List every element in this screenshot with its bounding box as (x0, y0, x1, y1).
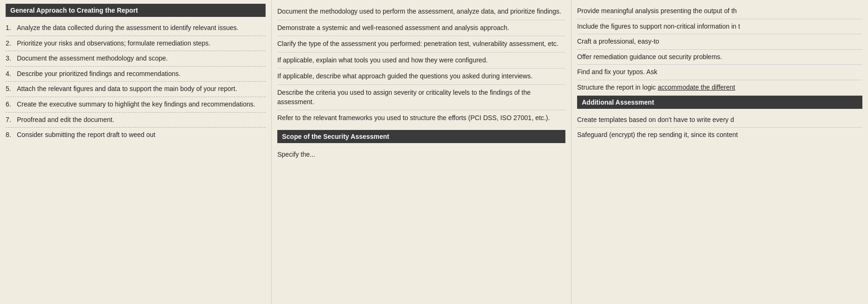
col3-item: Include the figures to support non-criti… (577, 19, 862, 35)
underlined-text: accommodate the different (658, 84, 735, 91)
column-1: General Approach to Creating the Report … (0, 0, 272, 304)
col2-para: Demonstrate a systemic and well-reasoned… (277, 20, 565, 37)
col2-paragraphs: Document the methodology used to perform… (277, 4, 565, 126)
col2-para: Clarify the type of the assessment you p… (277, 36, 565, 53)
col3-item: Craft a professional, easy-to (577, 34, 862, 50)
col2-para: Document the methodology used to perform… (277, 4, 565, 20)
col2-para: Refer to the relevant frameworks you use… (277, 110, 565, 126)
list-text: Prioritize your risks and observations; … (17, 39, 210, 48)
list-number: 5. (6, 84, 17, 94)
column-3: Provide meaningful analysis presenting t… (571, 0, 868, 304)
list-text: Document the assessment methodology and … (17, 54, 168, 63)
col1-section-header: General Approach to Creating the Report (6, 4, 266, 17)
list-text: Attach the relevant figures and data to … (17, 84, 237, 94)
list-item: 6.Create the executive summary to highli… (6, 97, 266, 113)
page-container: General Approach to Creating the Report … (0, 0, 868, 304)
list-number: 7. (6, 115, 17, 125)
col3-item: Safeguard (encrypt) the rep sending it, … (577, 128, 862, 143)
col3-item: Create templates based on don't have to … (577, 113, 862, 128)
col2-section2-preview: Specify the... (277, 147, 565, 163)
list-text: Analyze the data collected during the as… (17, 23, 238, 33)
col3-section-header: Additional Assessment (577, 96, 862, 109)
list-item: 1.Analyze the data collected during the … (6, 21, 266, 36)
list-number: 6. (6, 100, 17, 109)
column-2: Document the methodology used to perform… (272, 0, 571, 304)
col2-para: Describe the criteria you used to assign… (277, 85, 565, 110)
list-item: 5.Attach the relevant figures and data t… (6, 82, 266, 97)
list-item: 8.Consider submitting the report draft t… (6, 128, 266, 143)
list-text: Consider submitting the report draft to … (17, 130, 156, 140)
list-number: 4. (6, 69, 17, 79)
list-item: 7.Proofread and edit the document. (6, 113, 266, 128)
col2-section2-header: Scope of the Security Assessment (277, 130, 565, 143)
col2-para: If applicable, explain what tools you us… (277, 53, 565, 69)
col3-item: Structure the report in logic accommodat… (577, 80, 862, 96)
list-item: 2.Prioritize your risks and observations… (6, 36, 266, 52)
list-number: 2. (6, 39, 17, 48)
list-number: 1. (6, 23, 17, 33)
col3-item: Find and fix your typos. Ask (577, 65, 862, 80)
col2-para: If applicable, describe what approach gu… (277, 68, 565, 85)
numbered-list: 1.Analyze the data collected during the … (6, 21, 266, 143)
list-item: 3.Document the assessment methodology an… (6, 51, 266, 67)
col3-item: Provide meaningful analysis presenting t… (577, 4, 862, 19)
list-text: Describe your prioritized findings and r… (17, 69, 180, 79)
col3-items: Provide meaningful analysis presenting t… (577, 4, 862, 143)
list-text: Create the executive summary to highligh… (17, 100, 255, 109)
list-text: Proofread and edit the document. (17, 115, 114, 125)
list-number: 3. (6, 54, 17, 63)
list-number: 8. (6, 130, 17, 140)
col3-item: Offer remediation guidance out security … (577, 50, 862, 65)
list-item: 4.Describe your prioritized findings and… (6, 67, 266, 82)
